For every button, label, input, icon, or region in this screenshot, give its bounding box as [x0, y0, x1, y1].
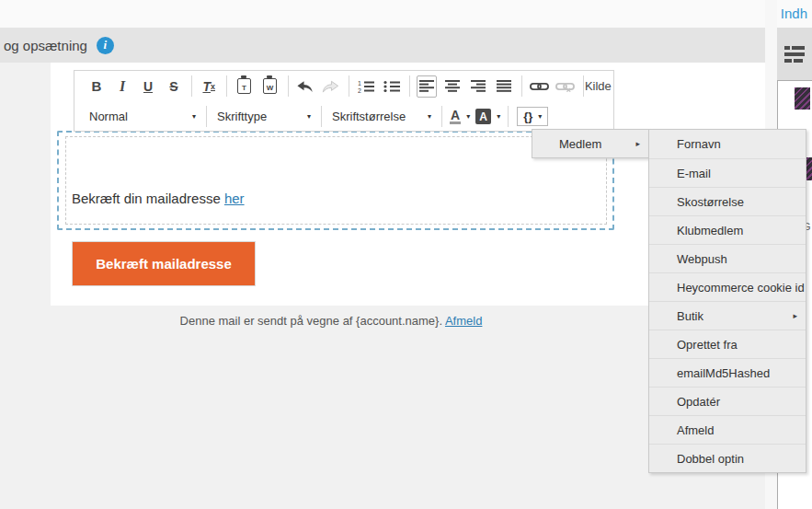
- merge-submenu: Fornavn E-mail Skostørrelse Klubmedlem W…: [648, 129, 806, 473]
- chevron-down-icon: ▾: [192, 112, 196, 121]
- email-body-text: Bekræft din mailadresse her: [72, 191, 245, 206]
- email-footer-text: Denne mail er sendt på vegne af {account…: [51, 314, 612, 328]
- menu-item-skostoerrelse[interactable]: Skostørrelse: [649, 187, 806, 215]
- toolbar-row-1: B I U S Tx T W 12: [74, 71, 613, 101]
- svg-text:1: 1: [358, 80, 361, 87]
- editor-toolbar: B I U S Tx T W 12: [74, 70, 614, 132]
- numbered-list-icon: 12: [358, 80, 374, 93]
- menu-item-dobbel-optin[interactable]: Dobbel optin: [649, 444, 806, 472]
- menu-item-label: E-mail: [677, 167, 711, 180]
- justify-button[interactable]: [494, 75, 514, 98]
- clipboard-text-icon: T: [237, 78, 251, 94]
- confirm-email-button[interactable]: Bekræft mailadresse: [72, 241, 256, 286]
- font-size-select[interactable]: Skriftstørrelse ▾: [326, 105, 437, 129]
- align-right-button[interactable]: [468, 75, 488, 98]
- menu-item-label: Webpush: [677, 252, 727, 266]
- nav-link-indhold[interactable]: Indh: [781, 6, 807, 21]
- text-color-a-icon: A: [450, 110, 461, 124]
- source-label: Kilde: [585, 79, 612, 93]
- chevron-down-icon: ▾: [428, 112, 431, 121]
- email-body-link-her[interactable]: her: [224, 191, 245, 206]
- bold-button[interactable]: B: [86, 75, 107, 98]
- redo-button[interactable]: [321, 75, 341, 98]
- menu-item-afmeld[interactable]: Afmeld: [649, 415, 806, 444]
- font-size-value: Skriftstørrelse: [332, 110, 406, 123]
- menu-item-fornavn[interactable]: Fornavn: [649, 130, 806, 158]
- text-color-button[interactable]: A ▾: [450, 106, 470, 128]
- chevron-down-icon: ▾: [466, 112, 470, 121]
- menu-item-label: Oprettet fra: [677, 338, 738, 352]
- justify-icon: [497, 80, 511, 92]
- menu-item-opdater[interactable]: Opdatér: [649, 387, 806, 415]
- submenu-arrow-icon: ▸: [793, 311, 797, 320]
- menu-item-klubmedlem[interactable]: Klubmedlem: [649, 215, 806, 244]
- top-strip: Indh: [0, 0, 812, 28]
- align-left-button[interactable]: [417, 75, 437, 98]
- section-title: og opsætning: [4, 38, 87, 53]
- background-color-button[interactable]: A ▾: [475, 106, 500, 128]
- paste-from-word-button[interactable]: W: [260, 75, 280, 98]
- menu-item-label: Butik: [677, 309, 703, 323]
- undo-button[interactable]: [295, 75, 315, 98]
- unlink-button[interactable]: [555, 75, 576, 98]
- menu-item-label: emailMd5Hashed: [677, 366, 770, 380]
- merge-fields-button[interactable]: {} ▾: [517, 107, 548, 126]
- merge-menu-medlem[interactable]: Medlem ▸: [532, 129, 649, 158]
- paste-as-text-button[interactable]: T: [234, 75, 255, 98]
- link-button[interactable]: [530, 75, 550, 98]
- chevron-down-icon: ▾: [538, 112, 542, 121]
- merge-menu-medlem-label: Medlem: [559, 137, 635, 151]
- paragraph-format-select[interactable]: Normal ▾: [84, 105, 201, 129]
- menu-item-label: Heycommerce cookie id: [677, 281, 805, 295]
- toolbar-row-2: Normal ▾ Skrifttype ▾ Skriftstørrelse ▾ …: [74, 101, 613, 132]
- menu-item-label: Dobbel optin: [677, 452, 744, 466]
- font-family-select[interactable]: Skrifttype ▾: [212, 105, 316, 129]
- link-icon: [530, 81, 549, 92]
- bullet-list-icon: [383, 80, 400, 93]
- underline-button[interactable]: U: [138, 75, 158, 98]
- menu-item-heycommerce-cookie-id[interactable]: Heycommerce cookie id: [649, 272, 806, 301]
- strikethrough-button[interactable]: S: [164, 75, 184, 98]
- align-center-button[interactable]: [442, 75, 463, 98]
- menu-item-label: Afmeld: [677, 423, 714, 437]
- toolbar-separator: [321, 106, 322, 127]
- menu-item-email[interactable]: E-mail: [649, 158, 806, 187]
- block-thumbnail[interactable]: [795, 87, 810, 110]
- source-button[interactable]: Kilde: [590, 75, 601, 98]
- editable-area-border: [65, 136, 607, 225]
- toolbar-separator: [206, 106, 207, 127]
- chevron-down-icon: ▾: [307, 112, 311, 121]
- chevron-down-icon: ▾: [497, 112, 500, 121]
- svg-text:2: 2: [358, 87, 361, 93]
- redo-icon: [322, 80, 339, 93]
- italic-button[interactable]: I: [112, 75, 132, 98]
- align-left-icon: [419, 80, 434, 92]
- paragraph-format-value: Normal: [89, 110, 128, 123]
- menu-item-webpush[interactable]: Webpush: [649, 244, 806, 272]
- content-blocks-button[interactable]: [777, 28, 812, 80]
- remove-format-x: x: [211, 82, 215, 91]
- menu-item-oprettet-fra[interactable]: Oprettet fra: [649, 330, 806, 358]
- align-right-icon: [471, 80, 486, 92]
- remove-format-t: T: [202, 79, 211, 94]
- menu-item-butik[interactable]: Butik▸: [649, 301, 806, 330]
- numbered-list-button[interactable]: 12: [356, 75, 376, 98]
- menu-item-label: Fornavn: [677, 137, 721, 151]
- layout-bars-icon: [784, 46, 806, 63]
- menu-item-label: Skostørrelse: [677, 195, 744, 209]
- background-color-a-icon: A: [475, 109, 491, 124]
- info-icon[interactable]: i: [97, 37, 114, 54]
- merge-tag-icon: {}: [523, 110, 532, 123]
- email-footer-link-afmeld[interactable]: Afmeld: [445, 314, 482, 328]
- email-footer-static: Denne mail er sendt på vegne af {account…: [180, 314, 442, 328]
- section-header: og opsætning i: [0, 28, 765, 63]
- toolbar-separator: [441, 106, 442, 127]
- menu-item-label: Klubmedlem: [677, 224, 743, 237]
- toolbar-separator: [508, 106, 509, 127]
- align-center-icon: [445, 80, 460, 92]
- bullet-list-button[interactable]: [382, 75, 402, 98]
- undo-icon: [296, 80, 314, 93]
- remove-format-button[interactable]: Tx: [199, 75, 219, 98]
- menu-item-emailmd5hashed[interactable]: emailMd5Hashed: [649, 358, 806, 387]
- font-family-value: Skrifttype: [217, 110, 267, 123]
